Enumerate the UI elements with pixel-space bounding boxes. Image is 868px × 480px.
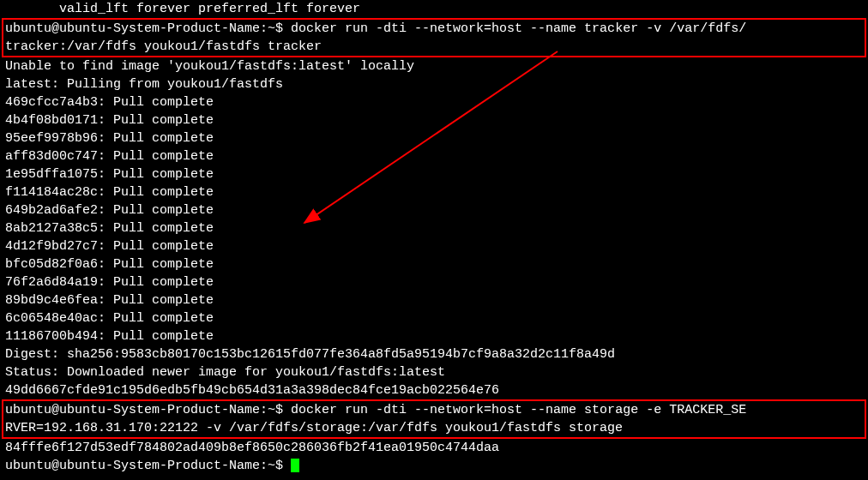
terminal-line-final-prompt[interactable]: ubuntu@ubuntu-System-Product-Name:~$: [5, 457, 863, 475]
terminal-line-pull: 76f2a6d84a19: Pull complete: [5, 273, 863, 291]
terminal-line-pull: aff83d00c747: Pull complete: [5, 147, 863, 165]
terminal-line-pull: 469cfcc7a4b3: Pull complete: [5, 93, 863, 111]
terminal-line-pull: bfc05d82f0a6: Pull complete: [5, 255, 863, 273]
terminal-line-pull: 11186700b494: Pull complete: [5, 327, 863, 345]
terminal-line-cmd1-cont[interactable]: tracker:/var/fdfs youkou1/fastdfs tracke…: [5, 38, 863, 56]
terminal-line-pull: 89bd9c4e6fea: Pull complete: [5, 291, 863, 309]
terminal-line-latest: latest: Pulling from youkou1/fastdfs: [5, 75, 863, 93]
prompt: ubuntu@ubuntu-System-Product-Name:~$: [5, 403, 283, 417]
terminal-line-pull: 8ab2127a38c5: Pull complete: [5, 219, 863, 237]
highlight-box-1: ubuntu@ubuntu-System-Product-Name:~$ doc…: [2, 18, 866, 57]
terminal-line-pull: 649b2ad6afe2: Pull complete: [5, 201, 863, 219]
terminal-line-pull: f114184ac28c: Pull complete: [5, 183, 863, 201]
terminal-line-sha2: 84fffe6f127d53edf784802ad409b8ef8650c286…: [5, 439, 863, 457]
terminal-line-pull: 95eef9978b96: Pull complete: [5, 129, 863, 147]
terminal-line-cmd2-cont[interactable]: RVER=192.168.31.170:22122 -v /var/fdfs/s…: [5, 419, 863, 437]
terminal-line-pull: 1e95dffa1075: Pull complete: [5, 165, 863, 183]
terminal-line-pull: 4b4f08bd0171: Pull complete: [5, 111, 863, 129]
terminal-line-digest: Digest: sha256:9583cb80170c153bc12615fd0…: [5, 345, 863, 363]
command-text: docker run -dti --network=host --name st…: [283, 403, 746, 417]
command-text: docker run -dti --network=host --name tr…: [283, 21, 746, 36]
cursor-icon: [291, 459, 299, 472]
terminal-line-unable: Unable to find image 'youkou1/fastdfs:la…: [5, 57, 863, 75]
terminal-line-status: Status: Downloaded newer image for youko…: [5, 363, 863, 381]
terminal-line-cmd1[interactable]: ubuntu@ubuntu-System-Product-Name:~$ doc…: [5, 20, 863, 38]
terminal-line-pull: 6c06548e40ac: Pull complete: [5, 309, 863, 327]
prompt: ubuntu@ubuntu-System-Product-Name:~$: [5, 459, 291, 473]
prompt: ubuntu@ubuntu-System-Product-Name:~$: [5, 21, 283, 36]
terminal-line-sha: 49dd6667cfde91c195d6edb5fb49cb654d31a3a3…: [5, 381, 863, 399]
terminal-line-top-fragment: valid_lft forever preferred_lft forever: [5, 0, 863, 18]
terminal-line-pull: 4d12f9bd27c7: Pull complete: [5, 237, 863, 255]
highlight-box-2: ubuntu@ubuntu-System-Product-Name:~$ doc…: [2, 399, 866, 439]
terminal-line-cmd2[interactable]: ubuntu@ubuntu-System-Product-Name:~$ doc…: [5, 401, 863, 419]
